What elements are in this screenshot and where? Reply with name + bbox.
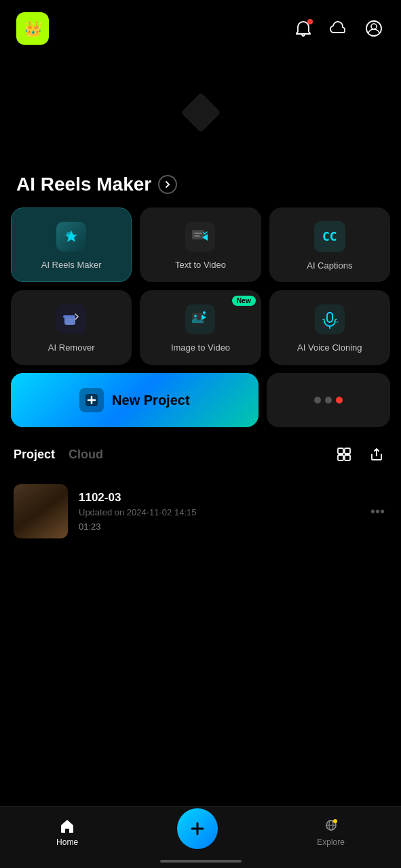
header-actions [292,18,385,39]
more-options-card[interactable] [267,373,390,427]
hero-area [0,52,401,174]
remover-icon [56,304,86,334]
notification-badge [307,19,313,24]
dot-3-red [336,397,343,403]
header: 👑 [0,0,401,52]
tab-project[interactable]: Project [14,445,63,465]
nav-home[interactable]: Home [43,817,92,847]
nav-explore[interactable]: Explore [303,817,358,847]
dot-1 [314,397,321,403]
svg-rect-5 [63,315,75,318]
project-info: 1102-03 Updated on 2024-11-02 14:15 01:2… [79,491,357,532]
svg-point-2 [66,232,71,236]
tool-ai-voice-cloning[interactable]: AI Voice Cloning [269,290,390,365]
svg-rect-15 [345,448,350,454]
export-button[interactable] [366,443,387,465]
table-row[interactable]: 1102-03 Updated on 2024-11-02 14:15 01:2… [0,473,401,549]
svg-rect-16 [338,455,343,460]
new-project-label: New Project [112,393,189,408]
new-project-icon [79,388,104,412]
tool-text-to-video[interactable]: Text to Video [140,208,261,282]
svg-rect-17 [345,455,350,460]
svg-rect-9 [327,313,332,322]
home-indicator [160,860,242,863]
cloud-button[interactable] [328,18,349,39]
svg-point-22 [333,819,337,823]
new-badge: New [232,296,256,306]
bottom-tools-row: New Project [0,365,401,427]
reels-icon [56,222,86,252]
section-arrow-button[interactable] [158,175,177,194]
tool-ai-remover[interactable]: AI Remover [11,290,132,365]
text-video-icon [185,222,215,252]
bottom-nav: Home Explore [0,806,401,868]
captions-label: AI Captions [307,260,352,272]
new-project-button[interactable]: New Project [11,373,259,427]
section-header: AI Reels Maker [0,174,401,208]
grid-view-button[interactable] [333,443,355,465]
app-logo[interactable]: 👑 [16,12,49,45]
dot-2 [325,397,332,403]
nav-home-label: Home [56,837,78,847]
svg-rect-14 [338,448,343,454]
reels-label: AI Reels Maker [41,260,102,271]
more-dots [314,397,343,403]
svg-rect-3 [192,230,204,239]
svg-point-1 [371,24,377,29]
tool-ai-reels-maker[interactable]: AI Reels Maker [11,208,132,282]
tool-ai-captions[interactable]: CC AI Captions [269,208,390,282]
project-thumbnail [14,484,68,538]
tool-image-to-video[interactable]: New Image to Video [140,290,261,365]
project-list: 1102-03 Updated on 2024-11-02 14:15 01:2… [0,473,401,549]
nav-explore-label: Explore [317,837,345,847]
image-video-label: Image to Video [171,342,230,354]
project-duration: 01:23 [79,521,357,532]
nav-add-button[interactable] [177,808,218,849]
project-name: 1102-03 [79,491,357,505]
project-more-button[interactable]: ••• [368,501,387,522]
tabs-row: Project Cloud [0,427,401,473]
thumb-image [14,484,68,538]
text-video-label: Text to Video [175,260,226,271]
project-date: Updated on 2024-11-02 14:15 [79,507,357,517]
profile-button[interactable] [363,18,385,39]
remover-label: AI Remover [48,342,95,354]
tools-grid: AI Reels Maker Text to Video CC AI Capti… [0,208,401,365]
captions-icon: CC [314,221,345,252]
svg-point-7 [194,315,197,317]
section-title: AI Reels Maker [16,174,151,195]
voice-label: AI Voice Cloning [297,342,362,354]
notifications-button[interactable] [292,18,314,39]
image-video-icon [185,304,215,334]
tab-cloud[interactable]: Cloud [69,445,111,465]
tab-actions [333,443,387,465]
voice-icon [315,304,345,334]
